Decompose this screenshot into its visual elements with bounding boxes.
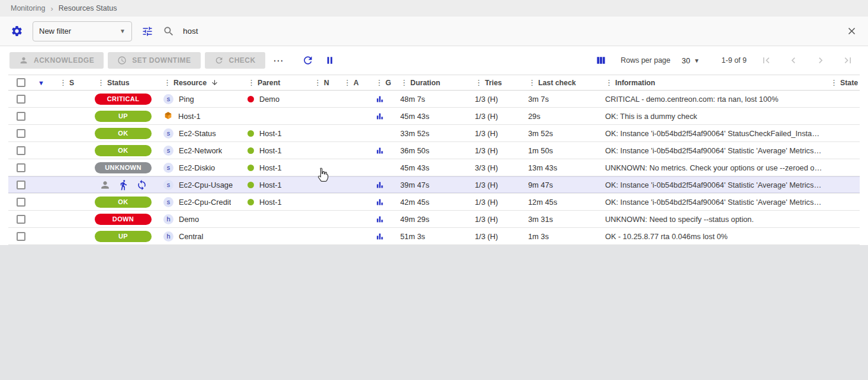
- row-checkbox[interactable]: [17, 215, 25, 224]
- header-label[interactable]: State: [840, 79, 858, 87]
- drag-handle-icon[interactable]: ⋮: [343, 78, 351, 87]
- header-severity[interactable]: ⋮ S: [52, 75, 90, 90]
- drag-handle-icon[interactable]: ⋮: [247, 78, 255, 87]
- resource-name[interactable]: Ec2-Network: [179, 146, 222, 155]
- parent-name[interactable]: Host-1: [259, 146, 282, 155]
- table-row[interactable]: CRITICALsPingDemo48m 7s1/3 (H)3m 7sCRITI…: [8, 91, 860, 108]
- header-parent[interactable]: ⋮ Parent: [240, 75, 307, 90]
- header-tries[interactable]: ⋮ Tries: [468, 75, 521, 90]
- refresh-button[interactable]: [302, 54, 314, 66]
- edit-columns-button[interactable]: [595, 54, 607, 66]
- header-notes[interactable]: ⋮ N: [307, 75, 336, 90]
- drag-handle-icon[interactable]: ⋮: [830, 78, 838, 87]
- parent-name[interactable]: Demo: [259, 95, 279, 104]
- filter-preset-select[interactable]: New filter ▼: [33, 21, 132, 41]
- graph-icon[interactable]: [375, 198, 384, 207]
- parent-name[interactable]: Host-1: [259, 181, 282, 189]
- drag-handle-icon[interactable]: ⋮: [97, 78, 105, 87]
- table-row[interactable]: UNKNOWNsEc2-DiskioHost-145m 43s3/3 (H)13…: [8, 159, 860, 176]
- header-status[interactable]: ⋮ Status: [90, 75, 156, 90]
- drag-handle-icon[interactable]: ⋮: [528, 78, 536, 87]
- resource-name[interactable]: Central: [179, 232, 203, 241]
- header-label[interactable]: Tries: [485, 79, 502, 87]
- acknowledge-button[interactable]: ACKNOWLEDGE: [9, 52, 104, 69]
- drag-handle-icon[interactable]: ⋮: [400, 78, 408, 87]
- resource-name[interactable]: Demo: [179, 215, 199, 224]
- header-state[interactable]: ⋮ State: [823, 75, 860, 90]
- check-button[interactable]: CHECK: [205, 52, 265, 69]
- rows-per-page-select[interactable]: 30 ▼: [681, 56, 699, 65]
- drag-handle-icon[interactable]: ⋮: [475, 78, 483, 87]
- more-actions-button[interactable]: ⋯: [269, 53, 288, 68]
- drag-handle-icon[interactable]: ⋮: [163, 78, 171, 87]
- table-row[interactable]: UPhCentral51m 3s1/3 (H)1m 3sOK - 10.25.8…: [8, 228, 860, 245]
- header-label[interactable]: A: [353, 79, 359, 87]
- header-resource[interactable]: ⋮ Resource: [156, 75, 240, 90]
- drag-handle-icon[interactable]: ⋮: [605, 78, 613, 87]
- header-duration[interactable]: ⋮ Duration: [393, 75, 468, 90]
- filter-settings-gear-icon[interactable]: [11, 25, 23, 37]
- row-checkbox[interactable]: [17, 163, 25, 172]
- table-row[interactable]: sEc2-Cpu-UsageHost-139m 47s1/3 (H)9m 47s…: [8, 176, 860, 194]
- status-badge: CRITICAL: [95, 94, 152, 105]
- parent-name[interactable]: Host-1: [259, 163, 282, 172]
- sort-descending-icon[interactable]: [211, 79, 218, 86]
- select-menu-caret-icon[interactable]: ▼: [38, 79, 44, 86]
- row-checkbox[interactable]: [17, 198, 25, 207]
- row-checkbox[interactable]: [17, 146, 25, 155]
- last-page-button[interactable]: [842, 54, 854, 66]
- graph-icon[interactable]: [375, 181, 384, 189]
- row-checkbox[interactable]: [17, 232, 25, 241]
- table-row[interactable]: OKsEc2-StatusHost-133m 52s1/3 (H)3m 52sO…: [8, 125, 860, 142]
- header-label[interactable]: Parent: [258, 79, 280, 87]
- row-checkbox[interactable]: [17, 95, 25, 104]
- breadcrumb-item-monitoring[interactable]: Monitoring: [11, 4, 45, 12]
- header-last-check[interactable]: ⋮ Last check: [521, 75, 598, 90]
- header-graph[interactable]: ⋮ G: [368, 75, 393, 90]
- next-page-button[interactable]: [815, 54, 827, 66]
- resource-name[interactable]: Ping: [179, 95, 194, 104]
- service-type-icon: s: [163, 197, 173, 207]
- first-page-button[interactable]: [760, 54, 772, 66]
- pause-autorefresh-button[interactable]: [324, 54, 336, 66]
- drag-handle-icon[interactable]: ⋮: [375, 78, 383, 87]
- header-label[interactable]: Last check: [538, 79, 576, 87]
- header-action[interactable]: ⋮ A: [336, 75, 368, 90]
- parent-name[interactable]: Host-1: [259, 129, 282, 138]
- resource-name[interactable]: Ec2-Cpu-Credit: [179, 198, 231, 207]
- table-row[interactable]: OKsEc2-Cpu-CreditHost-142m 45s1/3 (H)12m…: [8, 194, 860, 211]
- header-label[interactable]: G: [385, 79, 391, 87]
- previous-page-button[interactable]: [787, 54, 799, 66]
- resource-name[interactable]: Host-1: [178, 112, 201, 121]
- parent-name[interactable]: Host-1: [259, 198, 282, 207]
- header-label[interactable]: Resource: [173, 79, 207, 87]
- header-label[interactable]: Duration: [410, 79, 441, 87]
- advanced-filter-tune-icon[interactable]: [142, 25, 153, 37]
- header-label[interactable]: Status: [107, 79, 130, 87]
- graph-icon[interactable]: [375, 146, 384, 155]
- table-row[interactable]: OKsEc2-NetworkHost-136m 50s1/3 (H)1m 50s…: [8, 142, 860, 159]
- drag-handle-icon[interactable]: ⋮: [314, 78, 322, 87]
- graph-icon[interactable]: [375, 232, 384, 241]
- drag-handle-icon[interactable]: ⋮: [59, 78, 67, 87]
- resource-name[interactable]: Ec2-Cpu-Usage: [179, 181, 233, 189]
- header-label[interactable]: S: [69, 79, 74, 87]
- breadcrumb-item-resources-status[interactable]: Resources Status: [59, 4, 117, 12]
- resource-name[interactable]: Ec2-Diskio: [179, 163, 215, 172]
- table-row[interactable]: DOWNhDemo49m 29s1/3 (H)3m 31sUNKNOWN: Ne…: [8, 211, 860, 228]
- table-row[interactable]: UPHost-145m 43s1/3 (H)29sOK: This is a d…: [8, 108, 860, 125]
- header-information[interactable]: ⋮ Information: [598, 75, 823, 90]
- clear-search-close-icon[interactable]: [846, 25, 857, 37]
- header-label[interactable]: Information: [615, 79, 655, 87]
- set-downtime-button[interactable]: SET DOWNTIME: [108, 52, 200, 69]
- graph-icon[interactable]: [375, 112, 384, 121]
- graph-icon[interactable]: [375, 95, 384, 104]
- header-label[interactable]: N: [324, 79, 329, 87]
- row-checkbox[interactable]: [17, 129, 25, 138]
- graph-icon[interactable]: [375, 215, 384, 224]
- resource-name[interactable]: Ec2-Status: [179, 129, 216, 138]
- search-input[interactable]: [183, 27, 838, 36]
- row-checkbox[interactable]: [17, 112, 25, 121]
- row-checkbox[interactable]: [17, 181, 25, 189]
- select-all-checkbox[interactable]: [17, 78, 25, 87]
